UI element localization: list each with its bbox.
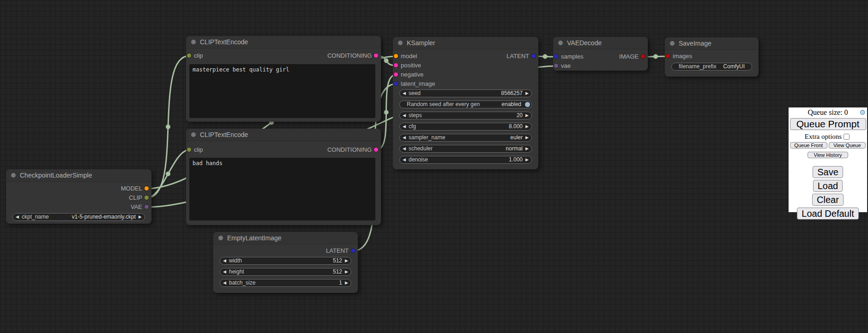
widget-filename_prefix[interactable]: filename_prefixComfyUI	[671, 63, 752, 71]
input-slot-images: images	[665, 52, 692, 60]
widget-label: sampler_name	[409, 134, 445, 141]
increment-arrow-icon[interactable]: ▶	[525, 134, 529, 141]
decrement-arrow-icon[interactable]: ◀	[403, 156, 406, 163]
node-checkpoint[interactable]: CheckpointLoaderSimpleMODELCLIPVAE◀▶ckpt…	[6, 169, 151, 224]
increment-arrow-icon[interactable]: ▶	[345, 279, 348, 286]
output-slot-CONDITIONING: CONDITIONING	[186, 52, 381, 60]
node-collapse-dot-icon[interactable]	[558, 41, 563, 45]
node-clip_positive[interactable]: CLIPTextEncodeclipCONDITIONINGmasterpiec…	[186, 36, 381, 122]
decrement-arrow-icon[interactable]: ◀	[223, 268, 226, 275]
widget-label: steps	[409, 112, 422, 119]
widget-label: cfg	[409, 123, 416, 130]
node-title-bar[interactable]: EmptyLatentImage	[213, 232, 358, 244]
input-slot-label: images	[673, 53, 692, 59]
node-collapse-dot-icon[interactable]	[11, 173, 16, 178]
increment-arrow-icon[interactable]: ▶	[525, 123, 529, 130]
node-title-bar[interactable]: CLIPTextEncode	[186, 129, 381, 141]
decrement-arrow-icon[interactable]: ◀	[223, 257, 226, 264]
link-midpoint-dot-icon	[653, 54, 658, 59]
widget-scheduler[interactable]: ◀▶schedulernormal	[399, 145, 532, 153]
LATENT-output-port-icon[interactable]	[531, 54, 536, 58]
positive-input-port-icon[interactable]	[394, 63, 398, 67]
node-title-bar[interactable]: VAEDecode	[553, 37, 648, 49]
node-title: CheckpointLoaderSimple	[20, 172, 92, 179]
increment-arrow-icon[interactable]: ▶	[345, 257, 348, 264]
queue-front-button[interactable]: Queue Front	[790, 142, 827, 149]
increment-arrow-icon[interactable]: ▶	[345, 268, 348, 275]
widget-random-seed-after-every-gen[interactable]: Random seed after every genenabled	[399, 101, 532, 108]
queue-prompt-button[interactable]: Queue Prompt	[790, 118, 866, 130]
load-button[interactable]: Load	[813, 180, 843, 192]
widget-steps[interactable]: ◀▶steps20	[399, 112, 532, 119]
increment-arrow-icon[interactable]: ▶	[525, 145, 529, 152]
node-clip_negative[interactable]: CLIPTextEncodeclipCONDITIONINGbad hands	[186, 129, 381, 225]
view-queue-button[interactable]: View Queue	[829, 142, 866, 149]
extra-options-checkbox[interactable]	[844, 134, 850, 140]
node-collapse-dot-icon[interactable]	[670, 41, 675, 46]
node-graph-canvas[interactable]: CheckpointLoaderSimpleMODELCLIPVAE◀▶ckpt…	[0, 0, 868, 333]
extra-options-label: Extra options	[805, 133, 842, 140]
CLIP-output-port-icon[interactable]	[145, 196, 149, 200]
widget-label: seed	[409, 90, 421, 97]
increment-arrow-icon[interactable]: ▶	[525, 112, 529, 119]
CONDITIONING-output-port-icon[interactable]	[374, 148, 378, 152]
node-collapse-dot-icon[interactable]	[191, 132, 196, 137]
images-input-port-icon[interactable]	[666, 54, 670, 58]
latent_image-input-port-icon[interactable]	[394, 82, 398, 86]
vae-input-port-icon[interactable]	[554, 64, 558, 68]
node-title-bar[interactable]: CheckpointLoaderSimple	[6, 169, 151, 182]
widget-ckpt_name[interactable]: ◀▶ckpt_namev1-5-pruned-emaonly.ckpt	[12, 213, 145, 221]
node-saveimage[interactable]: SaveImageimagesfilename_prefixComfyUI	[665, 37, 759, 77]
decrement-arrow-icon[interactable]: ◀	[403, 112, 406, 119]
load-default-button[interactable]: Load Default	[797, 208, 858, 220]
decrement-arrow-icon[interactable]: ◀	[403, 145, 406, 152]
node-ksampler[interactable]: KSamplermodelpositivenegativelatent_imag…	[393, 37, 538, 169]
settings-gear-icon[interactable]: ⚙	[860, 109, 866, 116]
IMAGE-output-port-icon[interactable]	[641, 54, 645, 59]
node-title-bar[interactable]: KSampler	[393, 37, 538, 49]
widget-value: 8566257	[501, 90, 523, 97]
prompt-textarea[interactable]: bad hands	[189, 158, 375, 220]
negative-input-port-icon[interactable]	[394, 72, 398, 77]
output-slot-label: LATENT	[506, 53, 529, 59]
VAE-output-port-icon[interactable]	[145, 205, 149, 209]
widget-batch_size[interactable]: ◀▶batch_size1	[220, 279, 351, 287]
increment-arrow-icon[interactable]: ▶	[525, 156, 529, 163]
save-button[interactable]: Save	[813, 166, 843, 178]
widget-seed[interactable]: ◀▶seed8566257	[399, 89, 532, 97]
decrement-arrow-icon[interactable]: ◀	[223, 279, 226, 286]
node-emptylatent[interactable]: EmptyLatentImageLATENT◀▶width512◀▶height…	[213, 232, 358, 293]
decrement-arrow-icon[interactable]: ◀	[403, 90, 406, 97]
widget-cfg[interactable]: ◀▶cfg8.000	[399, 123, 532, 131]
node-vaedecode[interactable]: VAEDecodesamplesvaeIMAGE	[553, 37, 648, 71]
input-slot-label: positive	[401, 62, 421, 69]
node-collapse-dot-icon[interactable]	[191, 40, 196, 44]
input-slot-label: vae	[561, 62, 571, 69]
prompt-textarea[interactable]: masterpiece best quality girl	[189, 64, 375, 118]
LATENT-output-port-icon[interactable]	[351, 249, 355, 253]
node-title: CLIPTextEncode	[200, 38, 248, 46]
CONDITIONING-output-port-icon[interactable]	[374, 54, 378, 58]
link-midpoint-dot-icon	[543, 54, 548, 59]
widget-sampler_name[interactable]: ◀▶sampler_nameeuler	[399, 134, 532, 142]
toggle-dot-icon[interactable]	[525, 102, 530, 107]
node-title-bar[interactable]: CLIPTextEncode	[186, 36, 381, 48]
widget-value: 1.000	[509, 156, 523, 163]
widget-label: Random seed after every gen	[407, 101, 480, 108]
widget-height[interactable]: ◀▶height512	[220, 268, 351, 276]
decrement-arrow-icon[interactable]: ◀	[403, 134, 406, 141]
link-midpoint-dot-icon	[166, 125, 170, 129]
widget-width[interactable]: ◀▶width512	[220, 257, 351, 265]
MODEL-output-port-icon[interactable]	[145, 186, 149, 190]
node-collapse-dot-icon[interactable]	[398, 41, 403, 45]
node-title-bar[interactable]: SaveImage	[665, 37, 759, 50]
clear-button[interactable]: Clear	[812, 194, 844, 206]
view-history-button[interactable]: View History	[808, 152, 848, 158]
increment-arrow-icon[interactable]: ▶	[139, 214, 142, 220]
node-collapse-dot-icon[interactable]	[218, 236, 223, 240]
decrement-arrow-icon[interactable]: ◀	[16, 214, 19, 220]
increment-arrow-icon[interactable]: ▶	[525, 90, 529, 97]
widget-denoise[interactable]: ◀▶denoise1.000	[399, 156, 532, 164]
decrement-arrow-icon[interactable]: ◀	[403, 123, 406, 130]
output-slot-label: CONDITIONING	[327, 146, 372, 153]
